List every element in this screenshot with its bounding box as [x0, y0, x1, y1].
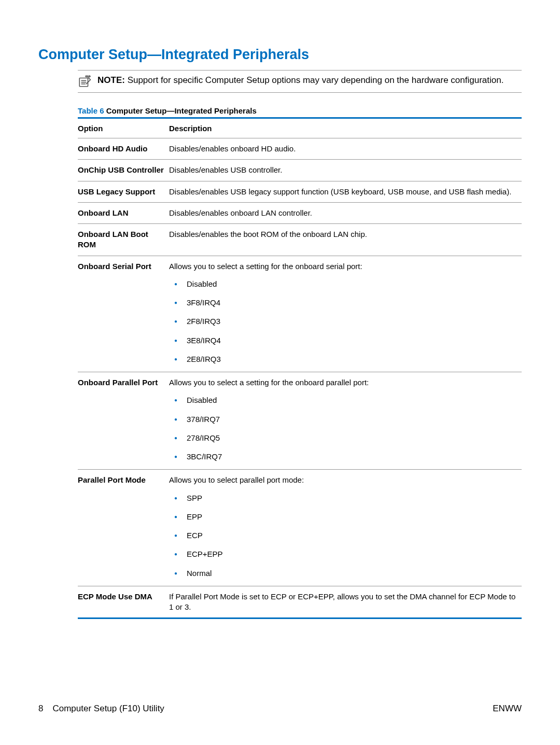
list-item: 278/IRQ5 [169, 433, 519, 443]
description-text: Disables/enables USB legacy support func… [169, 187, 519, 197]
option-name: Onboard Parallel Port [78, 372, 169, 470]
option-description: If Parallel Port Mode is set to ECP or E… [169, 586, 522, 619]
list-item: EPP [169, 512, 519, 522]
list-item: 3E8/IRQ4 [169, 335, 519, 346]
footer-page-number: 8 [38, 704, 43, 714]
table-row: USB Legacy SupportDisables/enables USB l… [78, 181, 522, 202]
list-item: 3BC/IRQ7 [169, 452, 519, 462]
list-item: Disabled [169, 279, 519, 289]
page-footer: 8 Computer Setup (F10) Utility ENWW [38, 704, 522, 714]
option-name: Onboard HD Audio [78, 138, 169, 160]
table-row: Onboard Parallel PortAllows you to selec… [78, 372, 522, 470]
option-name: Onboard LAN [78, 202, 169, 223]
list-item: 2E8/IRQ3 [169, 354, 519, 364]
option-list: Disabled378/IRQ7278/IRQ53BC/IRQ7 [169, 395, 519, 462]
option-name: ECP Mode Use DMA [78, 586, 169, 619]
table-row: Parallel Port ModeAllows you to select p… [78, 470, 522, 586]
note-body: Support for specific Computer Setup opti… [128, 75, 504, 85]
option-list: Disabled3F8/IRQ42F8/IRQ33E8/IRQ42E8/IRQ3 [169, 279, 519, 364]
page-title: Computer Setup—Integrated Peripherals [38, 47, 522, 63]
table-row: OnChip USB ControllerDisables/enables US… [78, 160, 522, 181]
list-item: 378/IRQ7 [169, 414, 519, 425]
table-number: Table 6 [78, 106, 106, 115]
list-item: ECP+EPP [169, 549, 519, 559]
option-description: Disables/enables onboard HD audio. [169, 138, 522, 160]
option-description: Disables/enables USB legacy support func… [169, 181, 522, 202]
description-text: Disables/enables USB controller. [169, 165, 519, 175]
header-option: Option [78, 118, 169, 138]
note-label: NOTE: [97, 75, 125, 85]
table-row: Onboard LANDisables/enables onboard LAN … [78, 202, 522, 223]
table-row: Onboard LAN Boot ROMDisables/enables the… [78, 224, 522, 256]
note-icon [78, 75, 91, 88]
list-item: 3F8/IRQ4 [169, 298, 519, 308]
table-row: Onboard HD AudioDisables/enables onboard… [78, 138, 522, 160]
option-list: SPPEPPECPECP+EPPNormal [169, 493, 519, 579]
option-name: Onboard LAN Boot ROM [78, 224, 169, 256]
option-description: Allows you to select a setting for the o… [169, 372, 522, 470]
table-row: Onboard Serial PortAllows you to select … [78, 256, 522, 372]
description-text: Disables/enables onboard HD audio. [169, 144, 519, 154]
table-caption: Table 6 Computer Setup—Integrated Periph… [78, 106, 522, 115]
option-name: Parallel Port Mode [78, 470, 169, 586]
note-block: NOTE: Support for specific Computer Setu… [78, 70, 522, 93]
list-item: 2F8/IRQ3 [169, 316, 519, 327]
list-item: Normal [169, 568, 519, 579]
option-description: Disables/enables onboard LAN controller. [169, 202, 522, 223]
description-text: Allows you to select parallel port mode: [169, 475, 519, 485]
description-text: Allows you to select a setting for the o… [169, 377, 519, 388]
setup-table: Option Description Onboard HD AudioDisab… [78, 117, 522, 619]
option-description: Allows you to select a setting for the o… [169, 256, 522, 372]
description-text: Disables/enables the boot ROM of the onb… [169, 229, 519, 240]
list-item: SPP [169, 493, 519, 503]
header-description: Description [169, 118, 522, 138]
description-text: Disables/enables onboard LAN controller. [169, 208, 519, 218]
footer-section: Computer Setup (F10) Utility [52, 704, 164, 714]
option-name: USB Legacy Support [78, 181, 169, 202]
description-text: If Parallel Port Mode is set to ECP or E… [169, 592, 519, 613]
option-description: Disables/enables USB controller. [169, 160, 522, 181]
option-description: Allows you to select parallel port mode:… [169, 470, 522, 586]
table-row: ECP Mode Use DMAIf Parallel Port Mode is… [78, 586, 522, 619]
description-text: Allows you to select a setting for the o… [169, 261, 519, 272]
option-name: Onboard Serial Port [78, 256, 169, 372]
list-item: ECP [169, 530, 519, 541]
list-item: Disabled [169, 395, 519, 405]
option-name: OnChip USB Controller [78, 160, 169, 181]
table-title: Computer Setup—Integrated Peripherals [106, 106, 257, 115]
note-text: NOTE: Support for specific Computer Setu… [97, 75, 503, 87]
footer-right: ENWW [493, 704, 522, 714]
option-description: Disables/enables the boot ROM of the onb… [169, 224, 522, 256]
